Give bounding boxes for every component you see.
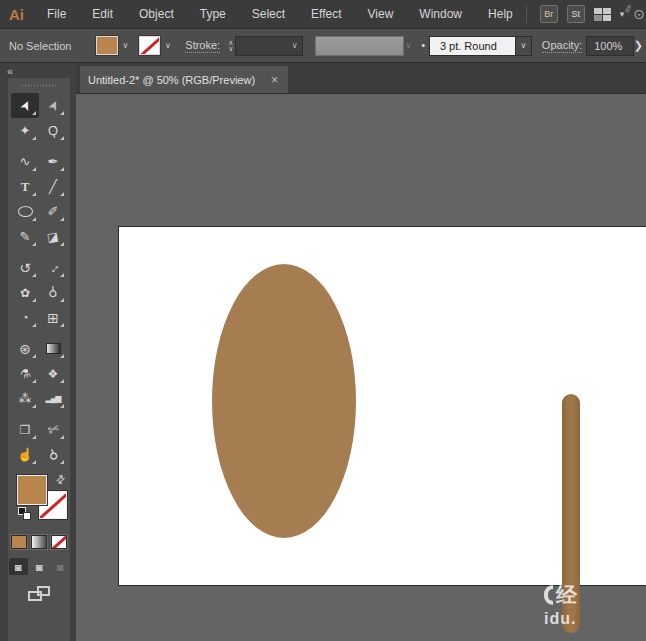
menubar-separator <box>526 5 527 23</box>
zoom-icon: ☌ <box>44 446 62 464</box>
tool-eraser[interactable]: ◪ <box>39 224 67 249</box>
tool-scale[interactable]: ↔ <box>39 255 67 280</box>
tool-rotate[interactable]: ↺ <box>11 255 39 280</box>
ellipse-icon <box>18 206 33 217</box>
tool-hand[interactable]: ☝ <box>11 442 39 467</box>
tool-symbol-sprayer[interactable]: ⁂ <box>11 386 39 411</box>
menu-help[interactable]: Help <box>475 7 526 21</box>
mesh-icon: ⊛ <box>19 341 31 357</box>
watermark: 经 idu. <box>544 582 646 628</box>
stroke-label[interactable]: Stroke: <box>185 39 220 53</box>
menu-type[interactable]: Type <box>187 7 239 21</box>
rotate-icon: ↺ <box>19 260 31 276</box>
tool-pencil[interactable]: ✎ <box>11 224 39 249</box>
gpu-performance-icon[interactable]: ✐ ⊙ <box>633 6 645 22</box>
ellipse-shape[interactable] <box>212 264 356 538</box>
panel-grip[interactable] <box>22 82 56 89</box>
tool-ellipse[interactable] <box>11 199 39 224</box>
gradient-icon <box>46 343 61 354</box>
fill-color-swatch[interactable] <box>96 36 118 55</box>
brush-definition-select[interactable]: 3 pt. Round <box>429 36 516 56</box>
opacity-select[interactable]: 100% <box>586 36 634 56</box>
paintbrush-icon: ✐ <box>48 204 59 219</box>
tool-selection[interactable]: ➤ <box>11 93 39 118</box>
tool-lasso[interactable]: Ϙ <box>39 118 67 143</box>
tool-width[interactable]: ✿ <box>11 280 39 305</box>
fill-dropdown-chevron-icon[interactable]: ∨ <box>118 36 133 55</box>
opacity-label[interactable]: Opacity: <box>542 39 582 53</box>
tool-gradient[interactable] <box>39 336 67 361</box>
tool-curvature[interactable]: ∿ <box>11 149 39 174</box>
stroke-width-chevron-icon[interactable]: ∨ <box>288 41 302 50</box>
workspace-switcher-icon[interactable] <box>594 8 611 21</box>
tool-artboard[interactable]: ❐ <box>11 417 39 442</box>
tool-eyedropper[interactable]: ⚗ <box>11 361 39 386</box>
tool-direct-selection[interactable]: ➤ <box>39 93 67 118</box>
menu-object[interactable]: Object <box>126 7 187 21</box>
canvas[interactable]: 经 idu. <box>76 94 646 641</box>
swap-fill-stroke-icon[interactable]: ⇄ <box>53 472 69 488</box>
lasso-icon: Ϙ <box>46 122 59 139</box>
watermark-logo-fragment <box>544 585 553 605</box>
stroke-dropdown-chevron-icon[interactable]: ∨ <box>160 36 175 55</box>
stroke-width-select[interactable]: ∨ <box>235 36 302 56</box>
menu-edit[interactable]: Edit <box>79 7 126 21</box>
tool-blend[interactable]: ❖ <box>39 361 67 386</box>
gradient-button[interactable] <box>31 535 47 549</box>
more-options-arrow-icon[interactable]: ❯ <box>634 39 646 52</box>
tool-line-segment[interactable]: ╱ <box>39 174 67 199</box>
selection-status: No Selection <box>9 40 84 52</box>
watermark-text: idu. <box>544 610 646 628</box>
magic-wand-icon: ✦ <box>20 123 31 138</box>
illustrator-window: Ai FileEditObjectTypeSelectEffectViewWin… <box>0 0 646 641</box>
menu-effect[interactable]: Effect <box>298 7 354 21</box>
default-fill-stroke-icon[interactable] <box>18 507 31 520</box>
stock-button[interactable]: St <box>567 5 585 23</box>
tool-perspective-grid[interactable]: ⊞ <box>39 305 67 330</box>
tool-paintbrush[interactable]: ✐ <box>39 199 67 224</box>
bridge-button[interactable]: Br <box>540 5 558 23</box>
tool-type[interactable]: T <box>11 174 39 199</box>
menu-items: FileEditObjectTypeSelectEffectViewWindow… <box>34 7 526 21</box>
document-tab[interactable]: Untitled-2* @ 50% (RGB/Preview) × <box>80 66 288 93</box>
selection-icon: ➤ <box>16 97 34 113</box>
tab-close-icon[interactable]: × <box>269 73 280 87</box>
brush-definition-chevron-icon[interactable]: ∨ <box>516 36 532 56</box>
hand-icon: ☝ <box>17 447 33 462</box>
draw-behind-button[interactable]: ◙ <box>30 558 49 575</box>
tool-pen[interactable]: ✒ <box>39 149 67 174</box>
change-screen-mode-button[interactable] <box>28 586 50 602</box>
stepper-down-icon[interactable]: ∨ <box>228 46 233 52</box>
document-area: Untitled-2* @ 50% (RGB/Preview) × 经 idu. <box>76 63 646 641</box>
menu-file[interactable]: File <box>34 7 79 21</box>
menu-view[interactable]: View <box>355 7 407 21</box>
tool-zoom[interactable]: ☌ <box>39 442 67 467</box>
fill-stroke-cluster: ⇄ <box>8 473 70 529</box>
tool-slice[interactable]: ✄ <box>39 417 67 442</box>
rounded-bar-shape[interactable] <box>562 394 580 633</box>
curvature-icon: ∿ <box>20 154 31 169</box>
tool-free-transform[interactable]: ⚲ <box>39 280 67 305</box>
tool-mesh[interactable]: ⊛ <box>11 336 39 361</box>
menubar-right-cluster: Br St ▾ ✐ ⊙ <box>526 5 646 23</box>
symbol-sprayer-icon: ⁂ <box>19 391 32 406</box>
document-tab-bar: Untitled-2* @ 50% (RGB/Preview) × <box>76 63 646 94</box>
menu-window[interactable]: Window <box>406 7 475 21</box>
collapse-panel-icon[interactable]: « <box>7 66 13 76</box>
tool-magic-wand[interactable]: ✦ <box>11 118 39 143</box>
eyedropper-icon: ⚗ <box>18 365 32 381</box>
draw-normal-button[interactable]: ◙ <box>9 558 28 575</box>
type-icon: T <box>21 179 30 195</box>
tool-dock: « ➤➤✦Ϙ∿✒T╱✐✎◪↺↔✿⚲◔⊞⊛⚗❖⁂▂▄▆❐✄☝☌ ⇄ ◙ <box>0 63 76 641</box>
menu-select[interactable]: Select <box>239 7 298 21</box>
stroke-width-stepper[interactable]: ∧ ∨ <box>228 40 233 52</box>
eraser-icon: ◪ <box>46 229 60 245</box>
tool-column-graph[interactable]: ▂▄▆ <box>39 386 67 411</box>
stroke-color-swatch[interactable] <box>139 36 161 55</box>
color-button[interactable] <box>11 535 27 549</box>
fill-swatch[interactable] <box>17 475 47 505</box>
tool-shape-builder[interactable]: ◔ <box>11 305 39 330</box>
variable-width-profile-select <box>315 36 404 56</box>
draw-inside-button: ◙ <box>51 558 70 575</box>
none-button[interactable] <box>51 535 67 549</box>
